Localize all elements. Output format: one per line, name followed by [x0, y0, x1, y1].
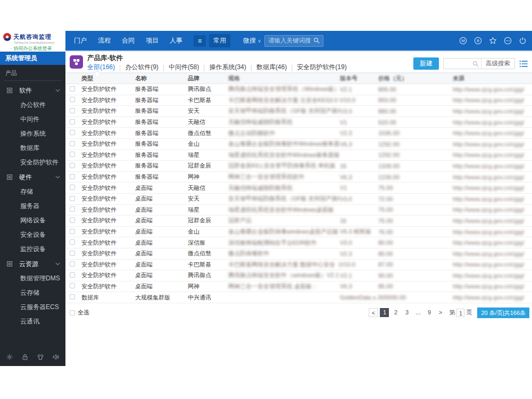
cell-source[interactable]: http://www.zjcg.gov.cn/cjgg/	[453, 174, 532, 180]
tab-安全防护软件(19)[interactable]: 安全防护软件(19)	[297, 63, 346, 72]
search-icon[interactable]	[472, 61, 479, 67]
sidebar-group-云资源[interactable]: 云资源	[0, 256, 65, 271]
sidebar-section-product[interactable]: 产品	[0, 65, 65, 80]
nav-item-门户[interactable]: 门户	[74, 36, 87, 45]
cell-source[interactable]: http://www.zjcg.gov.cn/cjgg/	[453, 119, 532, 126]
sidebar-item-操作系统[interactable]: 操作系统	[0, 127, 65, 141]
tab-操作系统(34)[interactable]: 操作系统(34)	[209, 63, 246, 72]
row-checkbox[interactable]	[70, 196, 75, 201]
column-header-4: 规格	[228, 74, 340, 82]
table-row: 安全防护软件服务器端冠群金辰冠群金辰KILL安全胄甲防病毒系统 单机版16132…	[65, 161, 532, 172]
cell-source[interactable]: http://www.zjcg.gov.cn/cjgg/	[453, 185, 532, 191]
row-checkbox[interactable]	[70, 261, 75, 267]
m-badge-icon[interactable]: M	[459, 37, 467, 45]
cell-source[interactable]: http://www.zjcg.gov.cn/cjgg/	[453, 283, 532, 289]
star-icon[interactable]	[489, 37, 497, 45]
nav-item-人事[interactable]: 人事	[170, 36, 182, 45]
row-checkbox[interactable]	[70, 130, 75, 135]
cell-source[interactable]: http://www.zjcg.gov.cn/cjgg/	[453, 152, 532, 158]
cell-source[interactable]: http://www.zjcg.gov.cn/cjgg/	[453, 294, 532, 301]
tab-全部(166)[interactable]: 全部(166)	[87, 63, 115, 72]
sidebar-item-数据库[interactable]: 数据库	[0, 141, 65, 155]
row-checkbox[interactable]	[70, 152, 75, 157]
sidebar-item-服务器[interactable]: 服务器	[0, 199, 65, 213]
row-checkbox[interactable]	[70, 229, 75, 234]
cell-source[interactable]: http://www.zjcg.gov.cn/cjgg/	[453, 108, 532, 114]
cell-source[interactable]: http://www.zjcg.gov.cn/cjgg/	[453, 218, 532, 224]
nav-more-button[interactable]: ≡	[194, 35, 206, 47]
sidebar-item-监控设备[interactable]: 监控设备	[0, 242, 65, 256]
sidebar-item-中间件[interactable]: 中间件	[0, 112, 65, 127]
row-checkbox[interactable]	[70, 251, 75, 256]
nav-item-流程[interactable]: 流程	[98, 36, 111, 45]
pagination-page-1[interactable]: 1	[380, 308, 389, 317]
pagination-next-button[interactable]: >	[436, 308, 445, 317]
sidebar-item-数据管理DMS[interactable]: 数据管理DMS	[0, 271, 65, 286]
row-checkbox[interactable]	[70, 163, 75, 168]
list-view-toggle-icon[interactable]	[519, 60, 528, 68]
sidebar-item-网络设备[interactable]: 网络设备	[0, 213, 65, 228]
message-icon[interactable]: e	[474, 37, 482, 45]
quick-search-input[interactable]	[444, 59, 472, 69]
sidebar-group-软件[interactable]: 软件	[0, 83, 65, 98]
cell-source[interactable]: http://www.zjcg.gov.cn/cjgg/	[453, 251, 532, 257]
company-logo-icon	[3, 33, 11, 41]
more-icon[interactable]	[504, 37, 512, 45]
row-checkbox[interactable]	[70, 206, 75, 212]
cell-source[interactable]: http://www.zjcg.gov.cn/cjgg/	[453, 97, 532, 103]
speaker-icon[interactable]	[52, 353, 60, 361]
new-button[interactable]: 新建	[413, 57, 439, 70]
row-checkbox[interactable]	[70, 185, 75, 190]
select-all-checkbox[interactable]	[70, 310, 75, 315]
row-checkbox[interactable]	[70, 283, 75, 288]
sidebar-item-安全设备[interactable]: 安全设备	[0, 228, 65, 242]
shirt-icon[interactable]	[37, 353, 44, 361]
cell-source[interactable]: http://www.zjcg.gov.cn/cjgg/	[453, 86, 532, 93]
row-checkbox[interactable]	[70, 108, 75, 113]
pagination-prev-button[interactable]: <	[369, 308, 378, 317]
sidebar-item-安全防护软件[interactable]: 安全防护软件	[0, 155, 65, 170]
row-checkbox[interactable]	[70, 119, 75, 124]
nav-item-项目[interactable]: 项目	[146, 36, 159, 45]
cell-source[interactable]: http://www.zjcg.gov.cn/cjgg/	[453, 141, 532, 147]
sidebar-group-硬件[interactable]: 硬件	[0, 170, 65, 185]
row-checkbox[interactable]	[70, 239, 75, 245]
row-checkbox[interactable]	[70, 218, 75, 223]
tab-中间件(58)[interactable]: 中间件(58)	[169, 63, 199, 72]
cell-source[interactable]: http://www.zjcg.gov.cn/cjgg/	[453, 163, 532, 169]
sidebar-item-办公软件[interactable]: 办公软件	[0, 98, 65, 112]
tab-办公软件(9)[interactable]: 办公软件(9)	[125, 63, 159, 72]
row-checkbox[interactable]	[70, 97, 75, 102]
sidebar-item-云存储[interactable]: 云存储	[0, 286, 65, 300]
search-icon[interactable]	[313, 36, 320, 46]
power-icon[interactable]	[519, 37, 527, 45]
row-checkbox[interactable]	[70, 272, 75, 278]
cell-source[interactable]: http://www.zjcg.gov.cn/cjgg/	[453, 239, 532, 246]
cell-source[interactable]: http://www.zjcg.gov.cn/cjgg/	[453, 130, 532, 136]
row-checkbox[interactable]	[70, 294, 75, 300]
pagination-page-2[interactable]: 2	[391, 308, 400, 317]
cell-source[interactable]: http://www.zjcg.gov.cn/cjgg/	[453, 196, 532, 202]
lock-icon[interactable]	[21, 353, 29, 361]
cell-source[interactable]: http://www.zjcg.gov.cn/cjgg/	[453, 229, 532, 235]
sidebar-item-存储[interactable]: 存储	[0, 185, 65, 199]
gear-icon[interactable]	[6, 353, 13, 361]
sidebar-item-云服务器ECS[interactable]: 云服务器ECS	[0, 300, 65, 314]
pagination-page-9[interactable]: 9	[425, 308, 434, 317]
tab-数据库(46)[interactable]: 数据库(46)	[256, 63, 287, 72]
sidebar-item-云通讯[interactable]: 云通讯	[0, 314, 65, 329]
cell-source[interactable]: http://www.zjcg.gov.cn/cjgg/	[453, 272, 532, 279]
cell-source[interactable]: http://www.zjcg.gov.cn/cjgg/	[453, 261, 532, 268]
pagination-page-3[interactable]: 3	[402, 308, 411, 317]
nav-item-合同[interactable]: 合同	[122, 36, 135, 45]
advanced-search-button[interactable]: 高级搜索	[481, 59, 514, 69]
nav-common-tab[interactable]: 常用	[209, 34, 230, 47]
row-checkbox[interactable]	[70, 141, 75, 146]
row-checkbox[interactable]	[70, 86, 75, 92]
search-scope-dropdown[interactable]: 微搜 ∨	[243, 36, 261, 45]
global-search-input[interactable]: 请输入关键词搜	[264, 35, 324, 47]
jump-page-input[interactable]: 1	[456, 309, 464, 317]
cell-source[interactable]: http://www.zjcg.gov.cn/cjgg/	[453, 206, 532, 213]
select-all[interactable]: 全选	[70, 309, 89, 317]
row-checkbox[interactable]	[70, 174, 75, 179]
